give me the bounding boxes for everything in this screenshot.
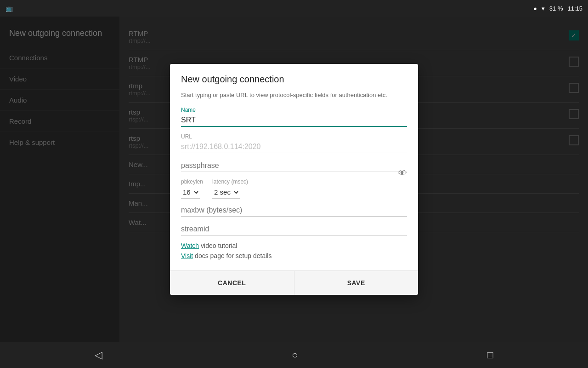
signal-icon: ● [533,5,537,12]
cancel-button[interactable]: CANCEL [170,271,294,295]
pbkeylen-select[interactable]: 16 24 32 [181,186,200,199]
time-text: 11:15 [567,5,582,12]
visit-suffix: docs page for setup details [193,252,271,259]
name-field-group: Name [181,107,407,127]
recents-button[interactable]: □ [487,349,493,361]
links-section: Watch video tutorial Visit docs page for… [181,242,407,259]
maxbw-field-group [181,204,407,217]
name-input[interactable] [181,114,407,127]
dialog-title: New outgoing connection [181,74,407,85]
app-icon: 📺 [6,5,13,12]
latency-label: latency (msec) [212,178,248,185]
url-input[interactable] [181,141,407,153]
save-button[interactable]: SAVE [294,271,418,295]
battery-text: 31 % [549,5,563,12]
maxbw-input[interactable] [181,204,407,217]
dialog-actions: CANCEL SAVE [170,270,418,295]
visit-link[interactable]: Visit [181,252,193,259]
status-bar: 📺 ● ▾ 31 % 11:15 [0,0,588,17]
pbkeylen-label: pbkeylen [181,178,203,185]
url-field-group: URL [181,133,407,153]
bottom-nav: ◁ ○ □ [0,342,588,368]
dialog-subtitle: Start typing or paste URL to view protoc… [181,91,407,99]
url-label: URL [181,133,407,140]
status-bar-left: 📺 [6,5,13,12]
new-connection-dialog: New outgoing connection Start typing or … [170,64,418,295]
dialog-overlay: New outgoing connection Start typing or … [0,17,588,342]
toggle-password-icon[interactable]: 👁 [398,168,407,178]
pbkey-latency-row: pbkeylen 16 24 32 latency (msec) 2 sec 1… [181,178,407,199]
dialog-header: New outgoing connection [170,64,418,87]
latency-select[interactable]: 2 sec 1 sec 3 sec [212,186,240,199]
wifi-icon: ▾ [542,5,545,12]
streamid-field-group [181,223,407,236]
streamid-input[interactable] [181,223,407,236]
name-label: Name [181,107,407,113]
watch-tutorial-line: Watch video tutorial [181,242,407,249]
pbkeylen-group: pbkeylen 16 24 32 [181,178,203,199]
back-button[interactable]: ◁ [95,349,102,361]
status-bar-right: ● ▾ 31 % 11:15 [533,5,582,12]
watch-link[interactable]: Watch [181,242,199,249]
watch-suffix: video tutorial [199,242,237,249]
passphrase-field-group: 👁 [181,160,407,172]
dialog-body: Start typing or paste URL to view protoc… [170,87,418,270]
home-button[interactable]: ○ [292,349,298,361]
passphrase-input[interactable] [181,160,407,172]
latency-group: latency (msec) 2 sec 1 sec 3 sec [212,178,248,199]
visit-docs-line: Visit docs page for setup details [181,252,407,259]
